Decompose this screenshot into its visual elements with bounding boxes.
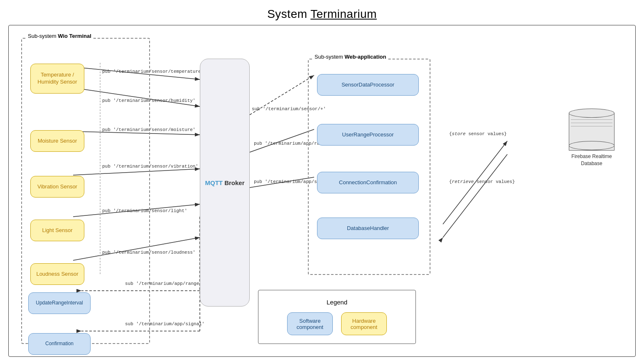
wio-subsystem: Sub-system Wio Terminal Temperature /Hum…: [21, 38, 150, 344]
temp-humidity-sensor: Temperature /Humidity Sensor: [30, 64, 84, 94]
update-range-interval: UpdateRangeInterval: [28, 292, 91, 314]
web-subsystem-label: Sub-system Web-application: [313, 54, 388, 60]
moisture-pub-label: pub '/terminarium/sensor/moisture': [102, 127, 195, 132]
vibration-pub-label: pub '/terminarium/sensor/vibration': [102, 164, 198, 169]
firebase-label: Firebase RealtimeDatabase: [569, 153, 615, 167]
title-prefix: System: [267, 7, 310, 20]
light-pub-label: pub '/terminarium/sensor/light': [102, 208, 187, 213]
loudness-pub-label: pub '/terminarium/sensor/loudness': [102, 250, 195, 255]
vibration-sensor: Vibration Sensor: [30, 176, 84, 198]
legend-items: Softwarecomponent Hardwarecomponent: [287, 312, 387, 335]
legend-title: Legend: [327, 299, 347, 306]
web-subsystem: Sub-system Web-application SensorDataPro…: [308, 59, 430, 275]
cylinder-top: [569, 109, 615, 118]
database-handler: DatabaseHandler: [317, 218, 419, 239]
page-title: System Terminarium: [0, 0, 644, 25]
conf-sub-label: sub '/terminarium/app/signal': [125, 321, 204, 326]
legend-box: Legend Softwarecomponent Hardwarecompone…: [258, 290, 416, 344]
connection-confirmation: ConnectionConfirmation: [317, 172, 419, 193]
confirmation: Confirmation: [28, 333, 91, 355]
sensor-data-processor: SensorDataProcessor: [317, 74, 419, 96]
web-label-text: Sub-system: [315, 54, 344, 60]
web-label-bold: Web-application: [344, 54, 386, 60]
wio-label-bold: Wio Terminal: [58, 33, 91, 39]
user-range-processor: UserRangeProcessor: [317, 124, 419, 146]
wio-subsystem-label: Sub-system Wio Terminal: [26, 33, 93, 39]
firebase-db: Firebase RealtimeDatabase: [569, 109, 615, 167]
wio-label-text: Sub-system: [28, 33, 58, 39]
legend-software-box: Softwarecomponent: [287, 312, 333, 335]
loudness-sensor: Loudness Sensor: [30, 263, 84, 285]
temp-pub-label: pub '/terminarium/sensor/temperature': [102, 69, 204, 74]
light-sensor: Light Sensor: [30, 220, 84, 241]
mqtt-blue-text: MQTT: [205, 179, 223, 186]
store-label: {store sensor values}: [449, 131, 507, 136]
uri-sub-label: sub '/terminarium/app/range/+': [125, 281, 207, 286]
legend-hardware-box: Hardwarecomponent: [341, 312, 387, 335]
main-diagram: Sub-system Wio Terminal Temperature /Hum…: [8, 25, 636, 357]
mqtt-rest-text: Broker: [223, 179, 245, 186]
moisture-sensor: Moisture Sensor: [30, 130, 84, 152]
cylinder-body: [569, 113, 615, 151]
humidity-pub-label: pub '/terminarium/sensor/humidity': [102, 98, 195, 103]
firebase-to-db-arrow: [443, 154, 507, 237]
mqtt-broker: MQTT Broker: [200, 59, 250, 307]
retrieve-label: {retrieve sensor values}: [449, 179, 515, 184]
title-underlined: Terminarium: [310, 7, 377, 20]
